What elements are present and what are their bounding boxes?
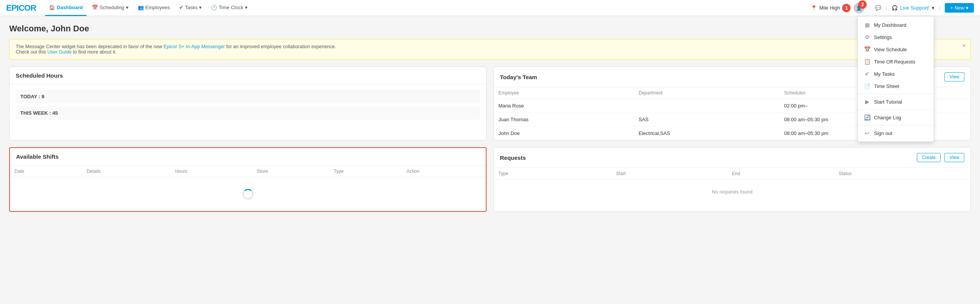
chevron-down-icon-timeclock: ▾	[245, 5, 248, 10]
dropdown-my-dashboard-label: My Dashboard	[874, 22, 906, 28]
dropdown-my-tasks-label: My Tasks	[874, 71, 895, 77]
alert-text-1: The Message Center widget has been depre…	[16, 44, 163, 49]
requests-create-button[interactable]: Create	[917, 153, 941, 162]
alert-close-button[interactable]: ×	[962, 42, 966, 49]
nav-item-employees[interactable]: 👥 Employees	[134, 0, 174, 16]
requests-table: Type Start End Status No requests found	[494, 168, 970, 204]
nav-sep1: |	[869, 5, 870, 11]
chevron-down-icon-support: ▾	[932, 5, 934, 11]
hours-today-label: TODAY : 9	[20, 94, 44, 99]
nav-items: 🏠 Dashboard 📅 Scheduling ▾ 👥 Employees ✔…	[45, 0, 811, 16]
nav-label-scheduling: Scheduling	[100, 5, 124, 10]
alert-link-messenger[interactable]: Epicor S+ In-App Messenger	[163, 44, 225, 49]
tutorial-menu-icon: ▶	[864, 99, 870, 105]
shifts-col-date: Date	[10, 166, 82, 177]
nav-sep2: |	[886, 5, 887, 11]
hours-week-label: THIS WEEK : 45	[20, 110, 58, 116]
main-content: Welcome, John Doe The Message Center wid…	[0, 16, 980, 219]
requests-card: Requests Create View Type Start End Stat…	[493, 147, 971, 212]
dropdown-view-schedule-label: View Schedule	[874, 47, 907, 52]
chevron-down-icon: ▾	[126, 5, 129, 10]
scheduled-hours-title: Scheduled Hours	[16, 72, 63, 79]
nav-sep3: |	[939, 5, 940, 11]
shifts-col-action: Action	[402, 166, 486, 177]
nav-item-timeclock[interactable]: 🕐 Time Clock ▾	[207, 0, 252, 16]
nav-item-scheduling[interactable]: 📅 Scheduling ▾	[88, 0, 132, 16]
navbar: EPICOR 🏠 Dashboard 📅 Scheduling ▾ 👥 Empl…	[0, 0, 980, 16]
headset-icon: 🎧	[892, 5, 898, 11]
store-selector[interactable]: 📍 Mile High 1	[811, 4, 851, 12]
dropdown-changelog-label: Change Log	[874, 115, 901, 120]
requests-title: Requests	[500, 154, 526, 161]
page-title: Welcome, John Doe	[9, 24, 971, 34]
alert-link-guide[interactable]: User Guide	[47, 49, 72, 55]
nav-label-tasks: Tasks	[185, 5, 198, 10]
team-cell-department	[634, 99, 779, 113]
no-results-text: No requests found	[494, 180, 970, 204]
dropdown-settings[interactable]: ⚙ Settings	[858, 31, 934, 43]
brand-logo[interactable]: EPICOR	[6, 3, 36, 13]
dropdown-change-log[interactable]: 🔄 Change Log	[858, 111, 934, 124]
dropdown-my-dashboard[interactable]: ▦ My Dashboard	[858, 19, 934, 31]
alert-text-4: to find more about it.	[73, 49, 116, 55]
clock-icon: 🕐	[211, 5, 217, 10]
dropdown-time-off[interactable]: 📋 Time Off Requests	[858, 55, 934, 68]
check-icon: ✔	[179, 5, 183, 10]
shifts-col-type: Type	[329, 166, 402, 177]
dropdown-sign-out[interactable]: ↩ Sign out	[858, 127, 934, 139]
scheduled-hours-body: TODAY : 9 THIS WEEK : 45	[10, 85, 486, 128]
dropdown-divider-2	[858, 109, 934, 110]
dropdown-time-sheet[interactable]: 📄 Time Sheet	[858, 80, 934, 92]
live-support-btn[interactable]: 🎧 Live Support! ▾	[892, 5, 934, 11]
chat-icon: 💬	[875, 5, 881, 11]
new-button[interactable]: + New ▾	[945, 3, 974, 13]
dropdown-start-tutorial[interactable]: ▶ Start Tutorial	[858, 96, 934, 108]
dropdown-view-schedule[interactable]: 📅 View Schedule	[858, 43, 934, 55]
requests-col-end: End	[727, 168, 834, 180]
users-icon: 👥	[138, 5, 144, 10]
team-cell-employee: John Doe	[494, 127, 634, 140]
badge-2: 2	[858, 0, 867, 9]
nav-item-dashboard[interactable]: 🏠 Dashboard	[45, 0, 87, 16]
scheduled-hours-header: Scheduled Hours	[10, 67, 486, 85]
team-cell-employee: Maria Rose	[494, 99, 634, 113]
available-shifts-body: Date Details Hours Store Type Action	[10, 166, 486, 211]
team-col-employee: Employee	[494, 87, 634, 99]
user-menu-trigger[interactable]: 👤 2	[854, 3, 864, 13]
nav-label-dashboard: Dashboard	[57, 5, 83, 10]
schedule-menu-icon: 📅	[864, 46, 870, 52]
alert-text-3: Check out this	[16, 49, 47, 55]
todays-team-view-button[interactable]: View	[944, 72, 964, 81]
dropdown-time-off-label: Time Off Requests	[874, 59, 915, 65]
badge-1: 1	[842, 4, 851, 12]
nav-item-tasks[interactable]: ✔ Tasks ▾	[175, 0, 206, 16]
dropdown-my-tasks[interactable]: ✔ My Tasks	[858, 68, 934, 80]
nav-label-timeclock: Time Clock	[219, 5, 243, 10]
dropdown-time-sheet-label: Time Sheet	[874, 83, 899, 89]
chat-icon-btn[interactable]: 💬	[875, 5, 881, 11]
shifts-table: Date Details Hours Store Type Action	[10, 166, 486, 177]
signout-menu-icon: ↩	[864, 130, 870, 136]
loading-spinner	[243, 189, 253, 200]
dropdown-signout-label: Sign out	[874, 130, 892, 136]
alert-banner: The Message Center widget has been depre…	[9, 39, 971, 60]
requests-body: Type Start End Status No requests found	[494, 168, 970, 204]
team-cell-department: Electrical,SAS	[634, 127, 779, 140]
requests-no-results-row: No requests found	[494, 180, 970, 204]
changelog-menu-icon: 🔄	[864, 114, 870, 120]
alert-text-2: for an improved employee collaboration e…	[226, 44, 336, 49]
nav-right: 📍 Mile High 1 👤 2 | 💬 | 🎧 Live Support! …	[811, 3, 974, 13]
home-icon: 🏠	[49, 5, 55, 10]
hours-today-row: TODAY : 9	[16, 90, 480, 103]
shifts-col-details: Details	[82, 166, 170, 177]
new-button-label: + New ▾	[950, 5, 969, 11]
requests-view-button[interactable]: View	[944, 153, 964, 162]
requests-col-type: Type	[494, 168, 611, 180]
map-marker-icon: 📍	[811, 5, 817, 11]
hours-week-row: THIS WEEK : 45	[16, 106, 480, 120]
dropdown-divider-1	[858, 94, 934, 94]
shifts-col-store: Store	[252, 166, 329, 177]
tasks-menu-icon: ✔	[864, 71, 870, 77]
loading-spinner-wrap	[10, 177, 486, 211]
dropdown-divider-3	[858, 125, 934, 125]
